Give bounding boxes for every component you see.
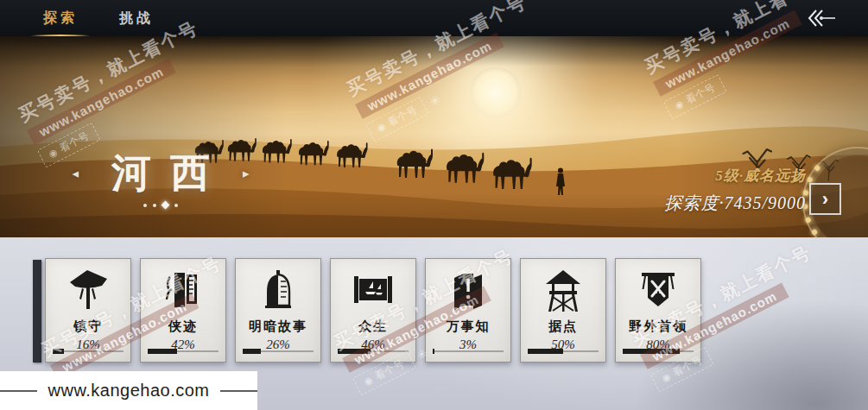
tab-explore-label: 探索 [43, 10, 78, 25]
tab-challenge[interactable]: 挑战 [116, 4, 157, 33]
category-label: 镇守 [73, 319, 103, 335]
category-progressbar [528, 349, 599, 354]
prev-region-arrow[interactable]: ◂ [72, 166, 79, 181]
category-progressbar [243, 349, 314, 354]
card-field-boss[interactable]: 野外首领 80% [615, 258, 701, 363]
dash-line [220, 390, 257, 392]
region-title: 河西 [92, 154, 229, 193]
category-progressbar [53, 349, 124, 354]
category-progressbar [338, 349, 409, 354]
tab-explore[interactable]: 探索 [40, 4, 81, 33]
card-all-beings[interactable]: 众生 46% [330, 258, 416, 363]
region-banner: ◂ 河西 ▸ 5级·威名远扬 探索度·7435/9000 › [0, 36, 868, 237]
watermark-url: www.kangehao.com [48, 381, 210, 401]
category-progressbar [623, 349, 694, 354]
previous-card-edge [33, 260, 41, 363]
region-pager [48, 202, 273, 208]
category-label: 野外首领 [629, 319, 687, 335]
double-chevron-left-icon [808, 9, 837, 28]
category-label: 众生 [358, 319, 388, 335]
dash-line [0, 390, 37, 392]
knowledge-screen-icon [447, 266, 489, 318]
chevron-right-icon: › [822, 190, 828, 209]
watermark-footer: www.kangehao.com [0, 371, 257, 410]
card-hero-traces[interactable]: 侠迹 42% [140, 258, 226, 363]
stronghold-tower-icon [542, 266, 584, 318]
beings-scroll-icon [352, 266, 394, 318]
category-label: 据点 [548, 319, 578, 335]
pager-dot [143, 204, 147, 207]
category-progressbar [148, 349, 219, 354]
field-boss-banner-icon [637, 266, 679, 318]
garrison-canopy-icon [67, 266, 109, 318]
light-dark-bell-icon [257, 266, 299, 318]
region-level-text: 5级·威名远扬 [664, 166, 806, 186]
region-info: 5级·威名远扬 探索度·7435/9000 [664, 166, 806, 215]
active-tab-underline [29, 35, 92, 36]
hero-traces-book-icon [162, 266, 204, 318]
card-light-dark-stories[interactable]: 明暗故事 26% [235, 258, 321, 363]
card-garrison[interactable]: 镇守 16% [45, 258, 131, 363]
category-progressbar [433, 349, 504, 354]
collapse-panel-button[interactable] [808, 9, 837, 28]
exploration-progress-text: 探索度·7435/9000 [664, 192, 806, 215]
region-detail-button[interactable]: › [809, 183, 841, 215]
category-label: 侠迹 [168, 319, 198, 335]
region-navigator: ◂ 河西 ▸ [48, 154, 273, 208]
category-label: 明暗故事 [249, 319, 307, 335]
tab-challenge-label: 挑战 [119, 10, 154, 25]
pager-dot [153, 204, 156, 207]
category-label: 万事知 [447, 319, 491, 335]
card-stronghold[interactable]: 据点 50% [520, 258, 606, 363]
category-cards-row: 镇守 16% 侠迹 42% [45, 258, 701, 363]
card-know-everything[interactable]: 万事知 3% [425, 258, 511, 363]
next-region-arrow[interactable]: ▸ [243, 166, 250, 181]
pager-active-diamond [162, 201, 170, 210]
top-bar: 探索 挑战 [0, 0, 868, 36]
pager-dot [174, 204, 178, 207]
